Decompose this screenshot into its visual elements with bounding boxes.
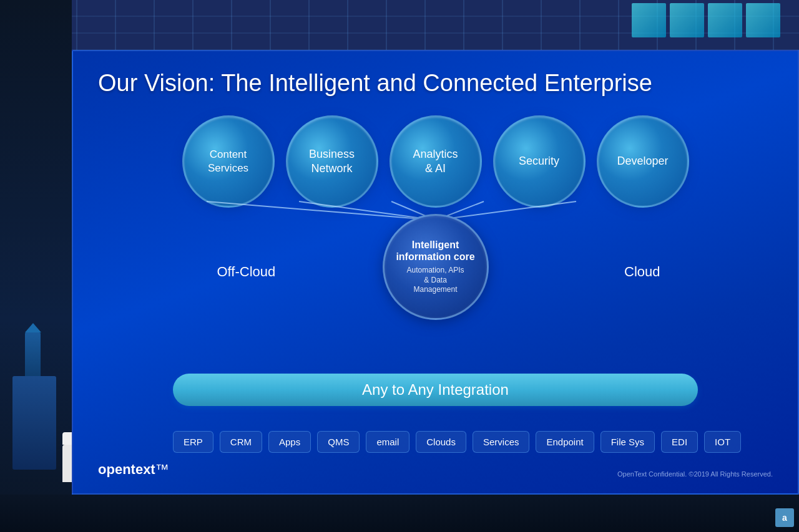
castle-tower bbox=[25, 332, 41, 382]
circle-item-business-network: BusinessNetwork bbox=[286, 115, 378, 208]
circle-item-content-services: ContentServices bbox=[182, 115, 275, 208]
integration-bar-label: Any to Any Integration bbox=[362, 381, 509, 399]
left-decoration bbox=[6, 345, 62, 470]
screen-logo: opentext™ bbox=[98, 462, 169, 478]
tag-services: Services bbox=[473, 431, 530, 453]
ceiling-light-3 bbox=[708, 3, 742, 37]
svg-line-4 bbox=[436, 201, 576, 220]
tag-endpoint: Endpoint bbox=[536, 431, 594, 453]
floor-bar bbox=[0, 495, 799, 532]
tag-crm: CRM bbox=[220, 431, 262, 453]
tag-qms: QMS bbox=[317, 431, 360, 453]
circle-security: Security bbox=[493, 115, 586, 208]
svg-line-0 bbox=[207, 201, 436, 220]
circle-business-network: BusinessNetwork bbox=[286, 115, 378, 208]
off-cloud-label: Off-Cloud bbox=[217, 264, 276, 280]
ceiling bbox=[0, 0, 799, 50]
corner-icon-label: a bbox=[782, 513, 787, 523]
hub-section: Intelligentinformation core Automation, … bbox=[86, 201, 785, 364]
tag-edi: EDI bbox=[661, 431, 698, 453]
ceiling-light-4 bbox=[746, 3, 780, 37]
left-panel bbox=[0, 0, 72, 532]
screen-footer: OpenText Confidential. ©2019 All Rights … bbox=[617, 470, 773, 478]
tag-iot: IOT bbox=[704, 431, 741, 453]
presentation-screen: Our Vision: The Intelligent and Connecte… bbox=[72, 50, 799, 495]
ceiling-light-1 bbox=[632, 3, 666, 37]
circle-item-analytics-ai: Analytics& AI bbox=[390, 115, 482, 208]
ceiling-light-2 bbox=[670, 3, 704, 37]
circle-content-services: ContentServices bbox=[182, 115, 275, 208]
castle-body bbox=[12, 376, 56, 470]
tag-apps: Apps bbox=[268, 431, 311, 453]
logo-prefix: op bbox=[98, 462, 115, 477]
cloud-label: Cloud bbox=[624, 264, 660, 280]
main-title: Our Vision: The Intelligent and Connecte… bbox=[98, 70, 785, 97]
tag-file-sys: File Sys bbox=[600, 431, 655, 453]
tag-clouds: Clouds bbox=[416, 431, 466, 453]
screen-content: Our Vision: The Intelligent and Connecte… bbox=[86, 64, 785, 481]
hub-circle: Intelligentinformation core Automation, … bbox=[383, 214, 489, 320]
tag-erp: ERP bbox=[173, 431, 213, 453]
hub-subtitle: Automation, APIs& DataManagement bbox=[406, 266, 464, 295]
hub-title: Intelligentinformation core bbox=[396, 239, 474, 263]
tags-row: ERP CRM Apps QMS email Clouds Services E… bbox=[173, 431, 773, 453]
corner-brand-icon: a bbox=[775, 508, 794, 527]
circle-item-security: Security bbox=[493, 115, 586, 208]
circles-row: ContentServices BusinessNetwork Analytic… bbox=[86, 115, 785, 208]
integration-bar: Any to Any Integration bbox=[173, 374, 698, 406]
ceiling-lights bbox=[632, 3, 780, 37]
tag-email: email bbox=[366, 431, 409, 453]
hub-container: Intelligentinformation core Automation, … bbox=[155, 201, 717, 357]
circle-analytics-ai: Analytics& AI bbox=[390, 115, 482, 208]
logo-main: entext bbox=[115, 462, 155, 477]
circle-developer: Developer bbox=[597, 115, 689, 208]
circle-item-developer: Developer bbox=[597, 115, 689, 208]
